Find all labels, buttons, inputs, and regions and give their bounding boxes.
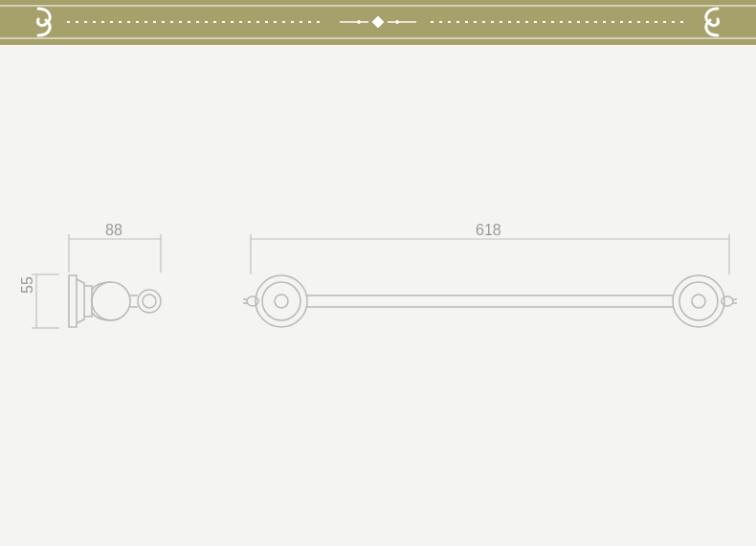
drawing-svg (0, 45, 756, 546)
svg-point-30 (679, 282, 718, 320)
svg-point-18 (138, 290, 161, 313)
svg-point-19 (143, 295, 156, 308)
decorative-banner (0, 0, 756, 45)
front-view (243, 275, 737, 327)
svg-point-25 (275, 295, 288, 308)
technical-drawing: 88 55 618 (0, 45, 756, 546)
svg-point-29 (673, 275, 724, 327)
svg-point-31 (692, 295, 705, 308)
dim-length-front: 618 (476, 222, 501, 239)
svg-point-6 (358, 21, 361, 24)
dim-width-side: 88 (105, 222, 122, 239)
side-view (69, 275, 161, 327)
svg-point-7 (396, 21, 399, 24)
svg-point-26 (247, 296, 258, 306)
svg-point-24 (262, 282, 300, 320)
svg-marker-3 (372, 16, 384, 28)
dim-height-side: 55 (19, 276, 36, 294)
svg-point-15 (92, 282, 130, 320)
svg-point-32 (722, 296, 733, 306)
svg-point-23 (256, 275, 307, 327)
